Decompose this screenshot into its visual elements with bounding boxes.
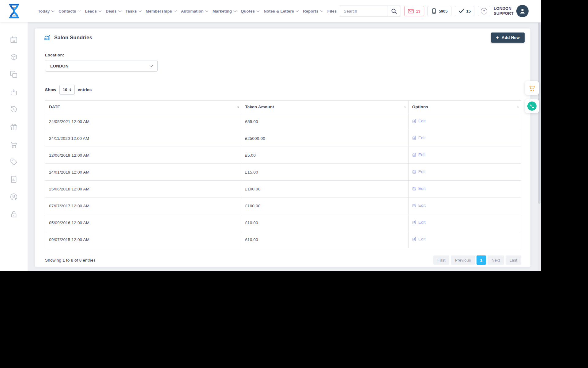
avatar[interactable] <box>516 5 529 17</box>
tasks-button[interactable]: 15 <box>455 6 474 16</box>
chevron-down-icon <box>257 9 260 12</box>
location-selected-value: LONDON <box>50 64 69 68</box>
edit-icon <box>412 119 417 123</box>
nav-today[interactable]: Today <box>38 9 54 13</box>
sidebar-item-reports[interactable] <box>10 175 18 183</box>
nav-memberships[interactable]: Memberships <box>146 9 176 13</box>
report-icon <box>10 175 18 183</box>
sort-icon: ↑↓ <box>404 105 406 109</box>
nav-automation[interactable]: Automation <box>181 9 208 13</box>
quick-phone-button[interactable] <box>525 99 539 113</box>
column-header-date[interactable]: DATE↑↓ <box>45 101 241 113</box>
sidebar-item-account[interactable] <box>10 193 18 201</box>
sidebar-item-basket[interactable] <box>10 88 18 96</box>
add-new-button[interactable]: + Add New <box>491 33 525 43</box>
messages-button[interactable]: 13 <box>404 6 424 16</box>
sidebar-item-products[interactable] <box>10 53 18 61</box>
sidebar-item-gifts[interactable] <box>10 123 18 131</box>
check-icon <box>458 9 464 13</box>
amount-cell: £25000.00 <box>241 130 408 147</box>
options-cell: Edit <box>408 147 521 164</box>
table-row: 07/07/2017 12:00 AM £100.00 Edit <box>45 197 521 214</box>
amount-cell: £5.00 <box>241 147 408 164</box>
messages-count: 13 <box>416 9 420 13</box>
location-filter: Location: LONDON <box>45 53 530 72</box>
edit-icon <box>412 153 417 157</box>
clone-icon <box>10 71 18 79</box>
brand-logo[interactable] <box>7 3 21 19</box>
chevron-down-icon <box>99 9 102 12</box>
chevron-down-icon <box>320 9 323 12</box>
pagination-first[interactable]: First <box>433 255 449 265</box>
edit-link[interactable]: Edit <box>412 169 426 174</box>
nav-quotes[interactable]: Quotes <box>241 9 259 13</box>
sidebar-item-clone[interactable] <box>10 71 18 79</box>
chevron-down-icon <box>174 9 177 12</box>
tag-icon <box>10 158 18 166</box>
pagination-previous[interactable]: Previous <box>451 255 475 265</box>
nav-reports[interactable]: Reports <box>303 9 323 13</box>
main-nav: Today Contacts Leads Deals Tasks Members… <box>38 9 337 13</box>
package-icon <box>10 53 18 61</box>
sort-icon: ↑↓ <box>237 105 239 109</box>
pagination-last[interactable]: Last <box>506 255 521 265</box>
amount-cell: £55.00 <box>241 113 408 130</box>
nav-notes-letters[interactable]: Notes & Letters <box>264 9 298 13</box>
chart-icon <box>44 35 51 40</box>
table-header-row: DATE↑↓ Taken Amount↑↓ Options↑↓ <box>45 101 521 113</box>
pagination-next[interactable]: Next <box>488 255 504 265</box>
user-menu[interactable]: LONDON SUPPORT <box>494 5 529 17</box>
date-cell: 24/05/2021 12:00 AM <box>45 113 241 130</box>
options-cell: Edit <box>408 113 521 130</box>
history-icon <box>10 105 18 113</box>
page-length-value: 10 <box>63 87 67 92</box>
calendar-icon: 12 <box>10 36 18 44</box>
phone-icon <box>527 102 537 111</box>
edit-link[interactable]: Edit <box>412 119 426 123</box>
svg-text:12: 12 <box>13 40 15 42</box>
amount-cell: £10.00 <box>241 231 408 248</box>
nav-contacts[interactable]: Contacts <box>58 9 80 13</box>
edit-link[interactable]: Edit <box>412 186 426 191</box>
nav-leads[interactable]: Leads <box>85 9 101 13</box>
sidebar-item-history[interactable] <box>10 105 18 113</box>
pagination-page-1[interactable]: 1 <box>477 255 486 265</box>
scrollbar[interactable] <box>538 22 541 271</box>
column-header-options[interactable]: Options↑↓ <box>408 101 521 113</box>
edit-link[interactable]: Edit <box>412 220 426 224</box>
sidebar-item-cart[interactable] <box>10 140 18 148</box>
help-button[interactable]: ? <box>478 6 490 16</box>
quick-cart-button[interactable] <box>525 81 539 95</box>
amount-cell: £100.00 <box>241 197 408 214</box>
show-label: Show <box>45 87 56 92</box>
calls-button[interactable]: 5905 <box>428 6 451 16</box>
column-header-taken-amount[interactable]: Taken Amount↑↓ <box>241 101 408 113</box>
scrollbar-thumb[interactable] <box>538 23 541 204</box>
hourglass-logo-icon <box>7 3 21 19</box>
sidebar-item-calendar[interactable]: 12 <box>10 36 18 44</box>
card-header: Salon Sundries + Add New <box>35 29 530 43</box>
nav-deals[interactable]: Deals <box>106 9 121 13</box>
table-row: 24/01/2019 12:00 AM £15.00 Edit <box>45 164 521 181</box>
edit-link[interactable]: Edit <box>412 136 426 140</box>
search-input[interactable] <box>339 9 387 13</box>
table-row: 12/06/2019 12:00 AM £5.00 Edit <box>45 147 521 164</box>
location-select[interactable]: LONDON <box>45 60 158 72</box>
search-icon[interactable] <box>387 6 401 16</box>
salon-sundries-card: Salon Sundries + Add New Location: LONDO… <box>35 29 530 267</box>
edit-link[interactable]: Edit <box>412 237 426 241</box>
edit-link[interactable]: Edit <box>412 152 426 157</box>
sundries-table: DATE↑↓ Taken Amount↑↓ Options↑↓ 24/05/20… <box>45 100 521 248</box>
nav-files[interactable]: Files <box>327 9 337 13</box>
options-cell: Edit <box>408 181 521 197</box>
sidebar-item-lock[interactable] <box>10 210 18 218</box>
page-length-select[interactable]: 10 <box>59 85 75 95</box>
nav-tasks[interactable]: Tasks <box>126 9 141 13</box>
amount-cell: £15.00 <box>241 164 408 181</box>
table-row: 09/07/2015 12:00 AM £10.00 Edit <box>45 231 521 248</box>
edit-link[interactable]: Edit <box>412 203 426 208</box>
pagination: First Previous 1 Next Last <box>433 255 521 265</box>
table-footer: Showing 1 to 8 of 8 entries First Previo… <box>45 255 521 265</box>
sidebar-item-tags[interactable] <box>10 158 18 166</box>
nav-marketing[interactable]: Marketing <box>213 9 236 13</box>
